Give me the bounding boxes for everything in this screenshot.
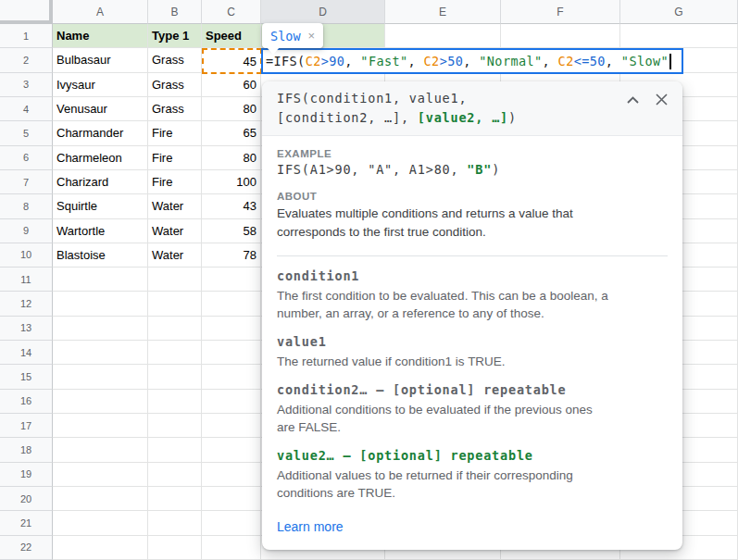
cell-A18[interactable] [53, 438, 148, 462]
cell-A19[interactable] [53, 463, 148, 487]
cell-B12[interactable] [148, 292, 202, 316]
cell-B10[interactable]: Water [148, 243, 202, 268]
cell-B5[interactable]: Fire [148, 121, 202, 145]
row-header-7[interactable]: 7 [0, 170, 53, 194]
cell-B4[interactable]: Grass [148, 97, 202, 121]
cell-B1[interactable]: Type 1 [148, 24, 202, 48]
row-header-6[interactable]: 6 [0, 146, 53, 170]
cell-A9[interactable]: Wartortle [53, 219, 148, 243]
cell-A8[interactable]: Squirtle [53, 194, 148, 218]
column-header-E[interactable]: E [385, 0, 501, 24]
cell-A12[interactable] [53, 292, 148, 316]
cell-C6[interactable]: 80 [202, 146, 261, 170]
cell-A20[interactable] [53, 487, 148, 511]
row-header-22[interactable]: 22 [0, 536, 53, 560]
row-header-10[interactable]: 10 [0, 243, 53, 268]
row-header-13[interactable]: 13 [0, 317, 53, 341]
cell-A6[interactable]: Charmeleon [53, 146, 148, 170]
select-all-corner[interactable] [0, 0, 53, 24]
cell-A4[interactable]: Venusaur [53, 97, 148, 121]
column-header-C[interactable]: C [202, 0, 261, 24]
cell-C13[interactable] [202, 317, 261, 341]
cell-G1[interactable] [620, 24, 738, 48]
row-header-20[interactable]: 20 [0, 487, 53, 511]
cell-B2[interactable]: Grass [148, 48, 202, 72]
row-header-5[interactable]: 5 [0, 121, 53, 145]
cell-A10[interactable]: Blastoise [53, 243, 148, 268]
cell-C4[interactable]: 80 [202, 97, 261, 121]
row-header-4[interactable]: 4 [0, 97, 53, 121]
cell-C8[interactable]: 43 [202, 194, 261, 218]
learn-more-link[interactable]: Learn more [277, 519, 344, 534]
column-header-D[interactable]: D [261, 0, 385, 24]
cell-A16[interactable] [53, 390, 148, 414]
cell-B17[interactable] [148, 414, 202, 438]
cell-B19[interactable] [148, 463, 202, 487]
cell-F1[interactable] [501, 24, 620, 48]
cell-C19[interactable] [202, 463, 261, 487]
cell-C18[interactable] [202, 438, 261, 462]
cell-B16[interactable] [148, 390, 202, 414]
row-header-14[interactable]: 14 [0, 341, 53, 365]
referenced-cell-c2[interactable]: 45 [202, 48, 262, 74]
cell-B9[interactable]: Water [148, 219, 202, 243]
cell-A11[interactable] [53, 268, 148, 292]
column-header-B[interactable]: B [148, 0, 202, 24]
cell-B6[interactable]: Fire [148, 146, 202, 170]
row-header-2[interactable]: 2 [0, 48, 53, 72]
tooltip-close-icon[interactable]: × [308, 30, 316, 42]
row-header-19[interactable]: 19 [0, 463, 53, 487]
cell-C15[interactable] [202, 365, 261, 389]
cell-B20[interactable] [148, 487, 202, 511]
cell-A7[interactable]: Charizard [53, 170, 148, 194]
formula-edit-cell[interactable]: =IFS(C2>90, "Fast", C2>50, "Normal", C2<… [261, 48, 683, 74]
cell-A1[interactable]: Name [53, 24, 148, 48]
cell-C5[interactable]: 65 [202, 121, 261, 145]
cell-A22[interactable] [53, 536, 148, 560]
cell-B18[interactable] [148, 438, 202, 462]
cell-C7[interactable]: 100 [202, 170, 261, 194]
cell-C14[interactable] [202, 341, 261, 365]
cell-B13[interactable] [148, 317, 202, 341]
cell-B14[interactable] [148, 341, 202, 365]
cell-C20[interactable] [202, 487, 261, 511]
cell-C12[interactable] [202, 292, 261, 316]
row-header-12[interactable]: 12 [0, 292, 53, 316]
cell-C11[interactable] [202, 268, 261, 292]
cell-E1[interactable] [385, 24, 501, 48]
cell-C3[interactable]: 60 [202, 73, 261, 97]
cell-B7[interactable]: Fire [148, 170, 202, 194]
cell-C16[interactable] [202, 390, 261, 414]
column-header-A[interactable]: A [53, 0, 148, 24]
cell-A5[interactable]: Charmander [53, 121, 148, 145]
row-header-9[interactable]: 9 [0, 219, 53, 243]
cell-B8[interactable]: Water [148, 194, 202, 218]
cell-B11[interactable] [148, 268, 202, 292]
row-header-17[interactable]: 17 [0, 414, 53, 438]
cell-A2[interactable]: Bulbasaur [53, 48, 148, 72]
cell-C1[interactable]: Speed [202, 24, 261, 48]
row-header-15[interactable]: 15 [0, 365, 53, 389]
row-header-21[interactable]: 21 [0, 511, 53, 535]
cell-A17[interactable] [53, 414, 148, 438]
column-header-F[interactable]: F [501, 0, 620, 24]
cell-B22[interactable] [148, 536, 202, 560]
close-icon[interactable] [656, 93, 668, 106]
cell-A21[interactable] [53, 511, 148, 535]
row-header-3[interactable]: 3 [0, 73, 53, 97]
cell-B21[interactable] [148, 511, 202, 535]
cell-A14[interactable] [53, 341, 148, 365]
cell-C10[interactable]: 78 [202, 243, 261, 268]
cell-C9[interactable]: 58 [202, 219, 261, 243]
cell-A15[interactable] [53, 365, 148, 389]
cell-C21[interactable] [202, 511, 261, 535]
column-header-G[interactable]: G [620, 0, 738, 24]
cell-A3[interactable]: Ivysaur [53, 73, 148, 97]
row-header-18[interactable]: 18 [0, 438, 53, 462]
cell-B3[interactable]: Grass [148, 73, 202, 97]
cell-A13[interactable] [53, 317, 148, 341]
cell-B15[interactable] [148, 365, 202, 389]
row-header-1[interactable]: 1 [0, 24, 53, 48]
row-header-11[interactable]: 11 [0, 268, 53, 292]
row-header-16[interactable]: 16 [0, 390, 53, 414]
